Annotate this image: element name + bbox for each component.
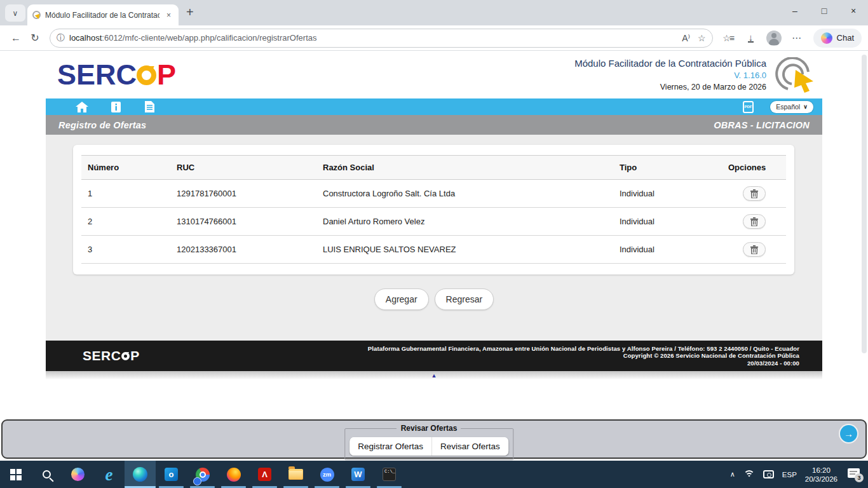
language-value: Español bbox=[776, 103, 800, 111]
chevron-down-icon: ∨ bbox=[803, 104, 808, 110]
url-host: localhost bbox=[69, 33, 102, 43]
tab-search-button[interactable]: ∨ bbox=[5, 4, 25, 22]
system-tray: ∧ ESP 16:20 20/3/2026 3 bbox=[730, 461, 868, 488]
taskbar-search-button[interactable] bbox=[31, 461, 62, 488]
zoom-app-icon: zm bbox=[320, 468, 334, 482]
regresar-button[interactable]: Regresar bbox=[435, 288, 494, 310]
clock-date: 20/3/2026 bbox=[805, 475, 837, 484]
settings-more-icon[interactable]: ⋯ bbox=[787, 29, 807, 48]
info-icon[interactable] bbox=[109, 101, 123, 112]
taskbar-zoom-button[interactable]: zm bbox=[311, 461, 342, 488]
acrobat-icon: Λ bbox=[258, 468, 271, 481]
offers-table: Número RUC Razón Social Tipo Opciones 1 … bbox=[81, 155, 786, 264]
footer-logo-ring-icon bbox=[121, 352, 130, 360]
table-row: 2 1310174766001 Daniel Arturo Romero Vel… bbox=[81, 208, 786, 236]
agregar-button[interactable]: Agregar bbox=[374, 288, 429, 310]
app-title: Módulo Facilitador de la Contratación Pú… bbox=[574, 58, 766, 69]
avatar bbox=[766, 30, 782, 46]
profile-avatar[interactable] bbox=[764, 29, 784, 48]
sercop-logo: SERCP bbox=[57, 58, 176, 92]
meet-now-icon[interactable] bbox=[763, 470, 774, 478]
edge-icon bbox=[133, 467, 147, 482]
scroll-top-arrow-icon[interactable]: ▲ bbox=[431, 371, 437, 383]
table-header-row: Número RUC Razón Social Tipo Opciones bbox=[81, 156, 786, 180]
taskbar-acrobat-button[interactable]: Λ bbox=[249, 461, 280, 488]
app-version[interactable]: V. 1.16.0 bbox=[574, 71, 766, 80]
site-info-icon[interactable]: ⓘ bbox=[57, 32, 65, 44]
site-footer: SERCP Plataforma Gubernamental Financier… bbox=[46, 341, 822, 371]
site-header: SERCP Módulo Facilitador de la Contratac… bbox=[46, 51, 822, 98]
browser-toolbar: ← ↻ ⓘ localhost:6012/mfc-cliente/web/app… bbox=[0, 25, 868, 51]
document-icon[interactable] bbox=[142, 101, 156, 112]
tab-close-icon[interactable]: × bbox=[164, 10, 173, 20]
next-arrow-button[interactable]: → bbox=[840, 425, 857, 442]
outlook-icon: o bbox=[165, 468, 178, 481]
taskbar-explorer-button[interactable] bbox=[280, 461, 311, 488]
trash-icon bbox=[750, 245, 758, 254]
col-ruc: RUC bbox=[170, 156, 316, 180]
revisar-ofertas-button[interactable]: Revisar Ofertas bbox=[432, 437, 508, 456]
delete-offer-button[interactable] bbox=[743, 186, 766, 201]
footer-sercop-logo: SERCP bbox=[83, 348, 140, 363]
taskbar-edge-button[interactable] bbox=[125, 461, 156, 488]
taskbar-word-button[interactable]: W bbox=[342, 461, 374, 488]
favorite-star-icon[interactable]: ☆ bbox=[698, 33, 706, 43]
site-container: SERCP Módulo Facilitador de la Contratac… bbox=[46, 51, 822, 383]
window-controls: – □ × bbox=[780, 0, 868, 22]
taskbar-copilot-button[interactable] bbox=[62, 461, 93, 488]
taskbar-firefox-button[interactable] bbox=[218, 461, 249, 488]
scroll-top-strip: ▲ bbox=[46, 371, 822, 383]
home-icon[interactable] bbox=[75, 101, 89, 112]
wifi-icon[interactable] bbox=[743, 470, 755, 479]
refresh-button[interactable]: ↻ bbox=[25, 29, 44, 48]
language-select[interactable]: Español ∨ bbox=[770, 101, 813, 113]
notification-center-button[interactable]: 3 bbox=[848, 468, 862, 480]
table-row: 3 1202133367001 LUIS ENRIQUE SALTOS NEVA… bbox=[81, 236, 786, 264]
pdf-export-icon[interactable]: PDF bbox=[743, 101, 754, 113]
keyboard-language[interactable]: ESP bbox=[782, 471, 797, 478]
delete-offer-button[interactable] bbox=[743, 214, 766, 229]
close-button[interactable]: × bbox=[839, 0, 868, 22]
col-opciones: Opciones bbox=[722, 156, 786, 180]
favorites-bar-icon[interactable]: ☆≡ bbox=[718, 29, 738, 48]
minimize-button[interactable]: – bbox=[780, 0, 810, 22]
windows-logo-icon bbox=[10, 469, 22, 480]
tray-expand-icon[interactable]: ∧ bbox=[730, 470, 735, 478]
start-button[interactable] bbox=[0, 461, 31, 488]
main-nav-bar: PDF Español ∨ bbox=[46, 98, 822, 115]
table-row: 1 1291781760001 Constructora Logroño Sal… bbox=[81, 180, 786, 208]
delete-offer-button[interactable] bbox=[743, 242, 766, 257]
section-title-bar: Registro de Ofertas OBRAS - LICITACION bbox=[46, 115, 822, 135]
browser-tab-bar: ∨ Módulo Facilitador de la Contratac × +… bbox=[0, 0, 868, 25]
chat-label: Chat bbox=[837, 33, 854, 43]
footer-timestamp: 20/03/2024 - 00:00 bbox=[368, 360, 799, 367]
sercop-logo-ring-icon bbox=[137, 65, 156, 85]
new-tab-button[interactable]: + bbox=[186, 5, 194, 20]
maximize-button[interactable]: □ bbox=[810, 0, 839, 22]
fieldset-legend: Revisar Ofertas bbox=[397, 424, 461, 433]
taskbar-chrome-button[interactable] bbox=[187, 461, 218, 488]
mfc-swirl-logo-icon bbox=[773, 57, 818, 93]
downloads-icon[interactable]: ↓ bbox=[741, 29, 761, 48]
tab-title: Módulo Facilitador de la Contratac bbox=[45, 11, 159, 20]
taskbar-ie-button[interactable]: e bbox=[93, 461, 125, 488]
taskbar-outlook-button[interactable]: o bbox=[156, 461, 187, 488]
registrar-ofertas-button[interactable]: Registrar Ofertas bbox=[349, 437, 432, 456]
internet-explorer-icon: e bbox=[105, 468, 113, 481]
word-icon: W bbox=[351, 468, 365, 481]
revisar-ofertas-fieldset: Revisar Ofertas Registrar Ofertas Revisa… bbox=[344, 424, 513, 460]
process-type-label: OBRAS - LICITACION bbox=[714, 120, 810, 130]
trash-icon bbox=[750, 217, 758, 226]
trash-icon bbox=[750, 189, 758, 198]
copilot-chat-button[interactable]: Chat bbox=[813, 29, 862, 48]
browser-tab[interactable]: Módulo Facilitador de la Contratac × bbox=[27, 4, 179, 25]
clock-time: 16:20 bbox=[805, 466, 837, 475]
read-aloud-icon[interactable]: A⁾ bbox=[682, 33, 690, 43]
back-button[interactable]: ← bbox=[6, 29, 25, 48]
notification-badge: 3 bbox=[855, 473, 864, 482]
url-text: localhost:6012/mfc-cliente/web/app.php/c… bbox=[69, 33, 677, 43]
taskbar-cmd-button[interactable]: C:\_ bbox=[374, 461, 405, 488]
address-bar[interactable]: ⓘ localhost:6012/mfc-cliente/web/app.php… bbox=[50, 29, 713, 48]
clock[interactable]: 16:20 20/3/2026 bbox=[805, 466, 837, 484]
page-scrollbar[interactable] bbox=[862, 55, 867, 353]
